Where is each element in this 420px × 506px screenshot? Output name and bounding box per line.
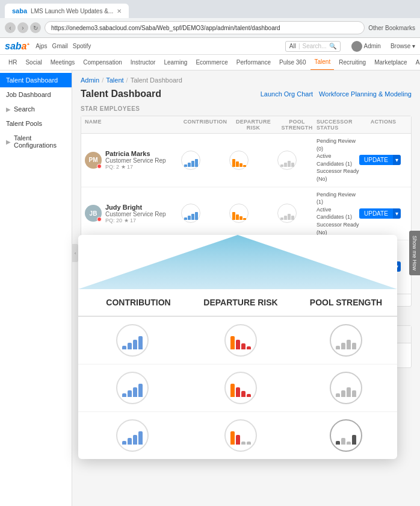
svg-marker-0 — [78, 235, 397, 289]
breadcrumb-current: Talent Dashboard — [131, 77, 182, 84]
big-bar — [352, 390, 356, 397]
bar — [284, 216, 287, 220]
sidebar-item-talent-pools[interactable]: Talent Pools — [0, 116, 72, 131]
bar — [191, 161, 194, 167]
update-button-patricia[interactable]: UPDATE — [359, 155, 393, 165]
successor-line-2: Active Candidates (1) — [317, 206, 359, 221]
nav-item-analytics[interactable]: Analytics (Beta) — [412, 55, 420, 70]
bar — [239, 216, 242, 220]
successor-line-1: Pending Review (1) — [317, 191, 359, 206]
big-bar — [133, 340, 137, 349]
address-bar: ‹ › ↻ Other Bookmarks — [0, 18, 420, 37]
breadcrumb-sep-1: / — [102, 77, 103, 84]
big-chart-depart-1 — [224, 324, 257, 357]
back-button[interactable]: ‹ — [5, 22, 16, 33]
nav-item-pulse360[interactable]: Pulse 360 — [276, 55, 309, 70]
nav-item-learning[interactable]: Learning — [160, 55, 191, 70]
app-toolbar: saba+ Ajps Gmail Spotify All | Search...… — [0, 38, 420, 55]
nav-item-recruiting[interactable]: Recruiting — [335, 55, 369, 70]
big-chart-contrib-1 — [116, 324, 149, 357]
tab-logo: saba — [12, 7, 27, 14]
emp-meta-patricia: PQ: 2 ★ 17 — [105, 164, 166, 170]
nav-item-performance[interactable]: Performance — [233, 55, 274, 70]
breadcrumb-talent[interactable]: Talent — [106, 77, 123, 84]
contrib-chart-patricia — [181, 151, 200, 170]
workforce-planning-link[interactable]: Workforce Planning & Modeling — [319, 90, 412, 98]
big-bar — [138, 336, 143, 349]
table-row: JB Judy Bright Customer Service Rep PQ: … — [81, 187, 411, 241]
bar — [243, 165, 246, 167]
big-bar — [336, 441, 340, 445]
successor-line-2: Active Candidates (1) — [317, 152, 359, 167]
sidebar-item-search[interactable]: ▶ Search — [0, 102, 72, 116]
nav-item-meetings[interactable]: Meetings — [47, 55, 79, 70]
update-button-judy[interactable]: UPDATE — [359, 208, 393, 219]
big-bar — [128, 390, 132, 397]
show-me-toggle[interactable]: Show me How — [409, 231, 420, 275]
sidebar-item-talent-config[interactable]: ▶ Talent Configurations — [0, 131, 72, 152]
emp-name-judy: Judy Bright — [105, 204, 166, 211]
user-menu[interactable]: Admin — [351, 41, 381, 52]
overlay-header-departure: DEPARTURE RISK — [187, 298, 295, 307]
big-bar — [230, 336, 235, 349]
toolbar-link-ajps[interactable]: Ajps — [36, 43, 47, 49]
expand-icon-2: ▶ — [6, 139, 11, 145]
expand-icon: ▶ — [6, 106, 11, 113]
nav-item-hr[interactable]: HR — [5, 55, 20, 70]
breadcrumb-admin[interactable]: Admin — [81, 77, 99, 84]
search-separator: | — [298, 43, 300, 49]
nav-item-marketplace[interactable]: Marketplace — [371, 55, 410, 70]
refresh-button[interactable]: ↻ — [30, 22, 41, 33]
toolbar-link-spotify[interactable]: Spotify — [73, 43, 91, 49]
page-header-links: Launch Org Chart Workforce Planning & Mo… — [261, 90, 412, 98]
nav-item-ecommerce[interactable]: Ecommerce — [192, 55, 231, 70]
address-input[interactable] — [45, 21, 365, 34]
big-bar — [247, 394, 251, 397]
successor-text-judy: Pending Review (1) Active Candidates (1)… — [317, 191, 359, 237]
employee-details-patricia: Patricia Marks Customer Service Rep PQ: … — [105, 150, 166, 170]
overlay-row-2 — [78, 364, 397, 412]
big-bar — [241, 391, 246, 397]
th-successor: SUCCESSOR STATUS — [317, 119, 359, 131]
big-bar — [352, 435, 356, 445]
big-bar — [128, 438, 132, 445]
toolbar-link-gmail[interactable]: Gmail — [52, 43, 68, 49]
bookmarks-label: Other Bookmarks — [368, 25, 415, 31]
tab-bar: saba LMS Launch Web Updates &... ✕ — [0, 0, 420, 18]
successor-line-3: Successor Ready (No) — [317, 221, 359, 236]
launch-org-chart-link[interactable]: Launch Org Chart — [261, 90, 313, 98]
overlay-cell-1-depart — [187, 324, 295, 357]
nav-item-compensation[interactable]: Compensation — [79, 55, 125, 70]
update-dropdown-judy[interactable]: ▾ — [393, 208, 401, 219]
departure-chart-patricia — [229, 151, 249, 170]
nav-item-instructor[interactable]: Instructor — [127, 55, 159, 70]
nav-item-talent[interactable]: Talent — [310, 55, 334, 70]
sidebar-item-talent-pools-label: Talent Pools — [6, 120, 42, 127]
update-dropdown-patricia[interactable]: ▾ — [393, 155, 401, 165]
user-name: Admin — [364, 43, 381, 49]
search-icon: 🔍 — [329, 43, 336, 49]
toolbar-search[interactable]: All | Search... 🔍 — [285, 41, 341, 52]
departure-chart-judy — [229, 204, 249, 223]
th-contribution: CONTRIBUTION — [181, 119, 229, 131]
successor-text-patricia: Pending Review (0) Active Candidates (1)… — [317, 137, 359, 183]
big-bar — [133, 387, 137, 397]
browser-tab[interactable]: saba LMS Launch Web Updates &... ✕ — [5, 4, 129, 18]
bar — [195, 212, 198, 220]
th-pool: POOL STRENGTH — [277, 119, 317, 131]
big-chart-depart-2 — [224, 372, 257, 404]
successor-line-3: Successor Ready (No) — [317, 167, 359, 183]
sidebar-item-job-dashboard-label: Job Dashboard — [6, 91, 51, 98]
sidebar-item-job-dashboard[interactable]: Job Dashboard — [0, 87, 72, 102]
update-btn-group-patricia: UPDATE ▾ — [359, 155, 407, 165]
forward-button[interactable]: › — [17, 22, 28, 33]
bar — [284, 163, 287, 167]
sidebar-item-talent-dashboard[interactable]: Talent Dashboard — [0, 73, 72, 87]
tab-close-icon[interactable]: ✕ — [117, 8, 122, 14]
browse-button[interactable]: Browse ▾ — [391, 43, 415, 49]
nav-item-social[interactable]: Social — [22, 55, 45, 70]
big-bar — [336, 393, 340, 397]
emp-name-patricia: Patricia Marks — [105, 150, 166, 157]
emp-role-patricia: Customer Service Rep — [105, 157, 166, 164]
sidebar-collapse-toggle[interactable]: ‹ — [72, 244, 78, 262]
